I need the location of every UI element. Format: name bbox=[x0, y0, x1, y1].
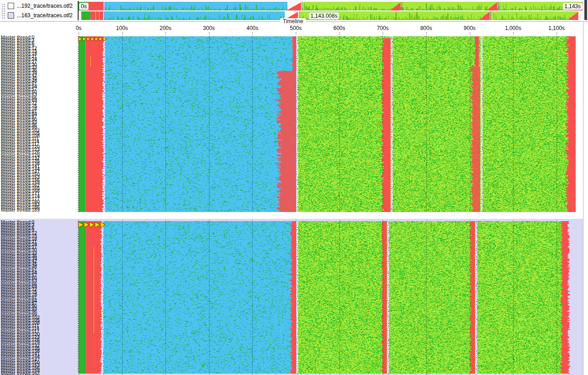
axis-tick-label: 900s bbox=[464, 25, 476, 31]
timeline-axis: Timeline 0s100s200s300s400s500s600s700s8… bbox=[0, 21, 588, 36]
trace-checkbox-192[interactable] bbox=[8, 3, 14, 9]
zoom-start-time-label[interactable]: 0s bbox=[79, 3, 89, 10]
trace-row-192[interactable]: ...192_trace/traces.otf2 bbox=[8, 2, 73, 10]
axis-tick-label: 500s bbox=[290, 25, 302, 31]
axis-tick-label: 200s bbox=[159, 25, 171, 31]
overview-minibar-192[interactable] bbox=[78, 2, 583, 10]
trace-row-163[interactable]: ...163_trace/traces.otf2 bbox=[8, 11, 73, 19]
axis-tick-label: 300s bbox=[203, 25, 215, 31]
trace-label-192: ...192_trace/traces.otf2 bbox=[17, 3, 73, 9]
timeline-chart-192[interactable] bbox=[78, 35, 583, 212]
timeline-panel-163: Master thread:0Master thread:3Master thr… bbox=[0, 219, 583, 375]
vertical-scrollbar-track[interactable] bbox=[583, 22, 588, 375]
axis-tick-label: 1,000s bbox=[505, 25, 521, 31]
trace-duration-label: 1,143.008s bbox=[309, 12, 339, 20]
trace-checkbox-163[interactable] bbox=[8, 12, 14, 19]
timeline-panel-192: Master thread:0Master thread:3Master thr… bbox=[0, 35, 583, 212]
axis-tick-label: 800s bbox=[420, 25, 432, 31]
axis-tick-label: 700s bbox=[377, 25, 389, 31]
timeline-chart-163[interactable] bbox=[78, 219, 583, 375]
panel-separator bbox=[0, 212, 583, 219]
thread-row-label: Master thread:162 bbox=[1, 371, 40, 375]
trace-analyzer-window: ...192_trace/traces.otf2 ...163_trace/tr… bbox=[0, 0, 588, 375]
axis-tick-label: 400s bbox=[246, 25, 258, 31]
timeline-group-title: Timeline bbox=[280, 18, 306, 25]
axis-tick-label: 100s bbox=[116, 25, 128, 31]
thread-row-label: Master thread:189 bbox=[1, 207, 40, 212]
axis-tick-label: 1,100s bbox=[548, 25, 565, 31]
trace-label-163: ...163_trace/traces.otf2 bbox=[17, 12, 73, 19]
axis-tick-label: 600s bbox=[334, 25, 345, 31]
thread-label-column-192: Master thread:0Master thread:3Master thr… bbox=[0, 35, 78, 212]
axis-tick-label: 0s bbox=[76, 25, 82, 31]
drag-handle[interactable] bbox=[1, 3, 5, 19]
trace-list-scrollbar-thumb[interactable] bbox=[584, 0, 587, 20]
zoom-end-time-label[interactable]: 1,143s bbox=[563, 3, 583, 10]
thread-label-column-163: Master thread:0Master thread:3Master thr… bbox=[0, 219, 78, 375]
